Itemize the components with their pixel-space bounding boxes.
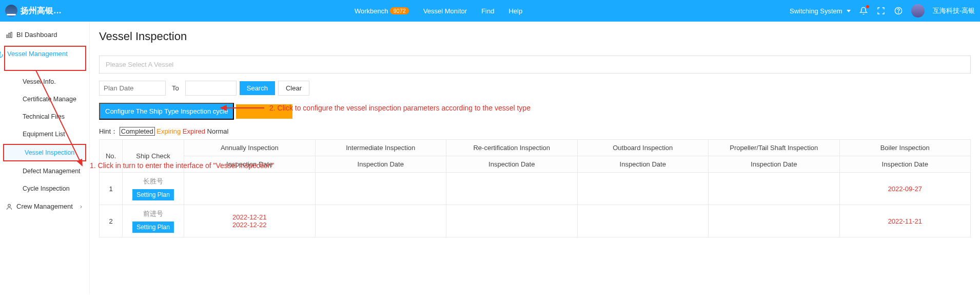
ship-name: 长胜号 [125,177,182,186]
svg-rect-2 [7,35,8,38]
bell-icon[interactable] [859,6,868,15]
hint-expiring: Expiring [156,127,181,135]
col-no: No. [100,140,123,173]
cell-propeller [709,173,840,205]
sidebar-item-label: BI Dashboard [16,31,57,39]
cell-recert [446,173,578,205]
svg-rect-3 [9,33,10,38]
hint-expired: Expired [183,127,205,135]
sub-insp-date: Inspection Date [184,156,316,173]
filter-row: To Search Clear [99,81,971,96]
setting-plan-button[interactable]: Setting Plan [132,189,174,200]
plan-date-to-input[interactable] [185,81,237,96]
nav-help[interactable]: Help [508,7,522,15]
col-ship-check: Ship Check [123,140,184,173]
cell-ship: 长胜号 Setting Plan [123,173,184,205]
svg-point-5 [0,52,1,53]
svg-point-6 [8,204,11,207]
cell-ship: 前进号 Setting Plan [123,205,184,237]
page-title: Vessel Inspection [99,30,971,43]
col-intermediate: Intermediate Inspection [315,140,446,156]
chevron-right-icon: › [80,202,82,210]
sub-insp-date: Inspection Date [577,156,709,173]
sub-insp-date: Inspection Date [315,156,446,173]
svg-rect-4 [11,32,12,38]
header-nav: Workbench 9072 Vessel Monitor Find Help [355,7,522,15]
avatar[interactable] [911,4,925,17]
header-right: Switching System 互海科技-高银 [790,4,975,17]
hint-normal: Normal [207,127,229,135]
col-recert: Re-certification Inspection [446,140,578,156]
main-content: Vessel Inspection Please Select A Vessel… [90,22,980,294]
table-row: 1 长胜号 Setting Plan 2022-09-27 [100,173,971,205]
nav-workbench-label: Workbench [355,7,388,15]
logo-area: 扬州高银… [5,5,87,17]
logo-icon [5,5,17,17]
sidebar-item-label: Technical Files [23,113,65,120]
sidebar: BI Dashboard Vessel Management Vessel In… [0,22,90,294]
caret-down-icon [847,10,851,12]
cell-boiler: 2022-09-27 [839,173,971,205]
sub-insp-date: Inspection Date [709,156,840,173]
cell-recert [446,205,578,237]
config-row: Configure The Ship Type Inspection cycle [99,103,971,120]
col-annually: Annually Inspection [184,140,316,156]
app-header: 扬州高银… Workbench 9072 Vessel Monitor Find… [0,0,980,22]
fullscreen-icon[interactable] [876,6,886,15]
sidebar-item-label: Vessel Management [7,50,68,58]
hint-completed: Completed [120,127,155,136]
nav-vessel-monitor[interactable]: Vessel Monitor [423,7,467,15]
sidebar-item-vessel-info[interactable]: Vessel Info. [0,73,89,90]
date-a: 2022-12-21 [186,213,313,221]
sidebar-item-label: Vessel Inspection [25,149,74,156]
search-button[interactable]: Search [240,81,275,95]
user-name[interactable]: 互海科技-高银 [933,6,975,15]
hint-label: Hint： [99,127,117,135]
sidebar-item-label: Cycle Inspection [23,185,70,192]
sidebar-item-label: Crew Management [16,202,73,210]
crew-icon [5,203,13,210]
sidebar-item-label: Equipment List [23,131,65,138]
cell-no: 1 [100,173,123,205]
sidebar-item-label: Vessel Info. [23,78,56,85]
sidebar-item-vessel-inspection[interactable]: Vessel Inspection [3,144,86,161]
sidebar-item-technical-files[interactable]: Technical Files [0,108,89,125]
cell-outboard [577,205,709,237]
secondary-config-button[interactable] [236,104,292,119]
anchor-icon [0,51,4,58]
ship-name: 前进号 [125,209,182,218]
workbench-badge: 9072 [390,7,408,14]
sidebar-item-defect-management[interactable]: Defect Management [0,162,89,180]
sidebar-item-equipment-list[interactable]: Equipment List [0,125,89,143]
sidebar-item-bi-dashboard[interactable]: BI Dashboard [0,26,89,44]
sidebar-item-certificate-manage[interactable]: Certificate Manage [0,90,89,108]
cell-annually: 2022-12-21 2022-12-22 [184,205,316,237]
clear-button[interactable]: Clear [278,81,309,96]
sidebar-item-label: Certificate Manage [23,96,76,103]
sidebar-item-cycle-inspection[interactable]: Cycle Inspection [0,180,89,197]
switching-label: Switching System [790,7,842,15]
svg-point-1 [898,13,898,13]
nav-workbench[interactable]: Workbench 9072 [355,7,409,15]
sidebar-item-crew-management[interactable]: Crew Management › [0,197,89,215]
cell-intermediate [315,173,446,205]
help-icon[interactable] [894,6,903,15]
cell-intermediate [315,205,446,237]
nav-find[interactable]: Find [481,7,494,15]
switching-system-dropdown[interactable]: Switching System [790,7,851,15]
sidebar-item-vessel-management[interactable]: Vessel Management [4,46,86,71]
col-propeller: Propeller/Tail Shaft Inspection [709,140,840,156]
cell-boiler: 2022-11-21 [839,205,971,237]
sidebar-item-label: Defect Management [23,168,81,175]
cell-no: 2 [100,205,123,237]
vessel-select[interactable]: Please Select A Vessel [99,56,971,73]
sub-insp-date: Inspection Date [839,156,971,173]
plan-date-from-input[interactable] [99,81,166,96]
inspection-table: No. Ship Check Annually Inspection Inter… [99,139,971,237]
cell-annually [184,173,316,205]
col-outboard: Outboard Inspection [577,140,709,156]
cell-outboard [577,173,709,205]
to-label: To [172,84,179,92]
setting-plan-button[interactable]: Setting Plan [132,222,174,233]
configure-ship-type-button[interactable]: Configure The Ship Type Inspection cycle [99,103,234,120]
